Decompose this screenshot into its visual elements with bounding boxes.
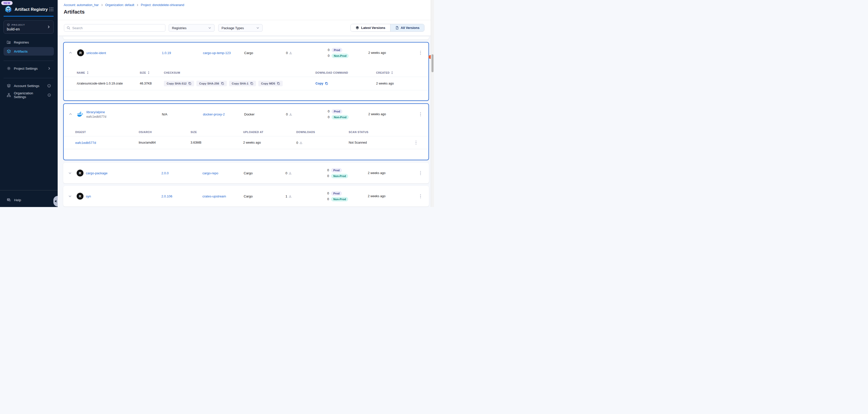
column-header-created[interactable]: CREATED: [376, 71, 420, 74]
artifact-card-cargo-package: R cargo-package 2.0.0 cargo-repo Cargo 0…: [63, 163, 429, 183]
sidebar-item-label: Artifacts: [14, 49, 28, 53]
download-icon: [288, 195, 292, 198]
sidebar-item-label: Registries: [14, 40, 29, 44]
breadcrumb-project-link[interactable]: Project: donotdelete-shivanand: [141, 3, 184, 7]
copy-md5-button[interactable]: Copy MD5: [258, 81, 283, 86]
prod-badge: Prod: [332, 109, 342, 114]
sidebar-item-organization-settings[interactable]: Organization Settings: [3, 91, 54, 99]
search-input[interactable]: [72, 26, 163, 30]
registry-link[interactable]: crates-upstream: [203, 195, 226, 198]
nonprod-badge: Non-Prod: [331, 174, 348, 178]
package-type: Cargo: [244, 51, 286, 55]
nonprod-badge: Non-Prod: [332, 54, 349, 58]
docker-package-icon: [77, 111, 84, 117]
info-icon[interactable]: [48, 93, 51, 97]
search-icon: [67, 26, 70, 30]
version-link[interactable]: 2.0.106: [161, 195, 172, 198]
page-scrollbar-thumb[interactable]: [432, 54, 434, 72]
all-versions-button[interactable]: All Versions: [391, 24, 424, 31]
version-value: N/A: [162, 112, 167, 116]
copy-download-command-button[interactable]: Copy: [315, 82, 328, 85]
file-name: /cratesunicode-ident-1.0.19.crate: [77, 82, 140, 85]
downloads-count: 1: [285, 195, 287, 198]
page-scrollbar-track[interactable]: [431, 0, 434, 207]
layers-icon: [6, 83, 11, 88]
prod-count: 0: [327, 192, 329, 195]
chevron-down-icon: [208, 26, 211, 29]
breadcrumb-account-link[interactable]: Account: automation_har: [64, 3, 99, 7]
copy-sha256-button[interactable]: Copy SHA-256: [196, 81, 226, 86]
nonprod-badge: Non-Prod: [332, 115, 349, 119]
row-menu-button[interactable]: [418, 49, 423, 57]
notification-beacon: [429, 55, 431, 59]
sidebar-divider: [3, 61, 54, 61]
expand-row-button[interactable]: [67, 170, 73, 176]
column-header-scan-status: SCAN STATUS: [349, 131, 407, 134]
app-switcher-grid-icon[interactable]: [49, 7, 54, 11]
registry-link[interactable]: cargo-up-temp-123: [203, 51, 231, 55]
file-icon: [395, 26, 399, 30]
registries-folder-icon: [6, 40, 11, 44]
collapse-row-button[interactable]: [68, 50, 73, 56]
registry-link[interactable]: docker-proxy-2: [203, 112, 225, 116]
column-header-name[interactable]: NAME: [77, 71, 140, 74]
search-box[interactable]: [64, 24, 165, 32]
breadcrumb: Account: automation_har Organization: de…: [64, 3, 184, 7]
artifact-name-link[interactable]: syn: [86, 195, 91, 198]
updated-time: 2 weeks ago: [368, 171, 412, 175]
registries-filter-dropdown[interactable]: Registries: [169, 24, 215, 32]
package-types-filter-dropdown[interactable]: Package Types: [218, 24, 262, 32]
project-cube-icon: [7, 23, 10, 26]
copy-icon: [325, 82, 328, 85]
main-area: Account: automation_har Organization: de…: [58, 0, 434, 207]
breadcrumb-separator-icon: [101, 4, 103, 6]
sidebar-divider: [0, 190, 58, 191]
downloads-count: 0: [286, 112, 288, 116]
chevron-down-icon: [256, 26, 259, 29]
registry-link[interactable]: cargo-repo: [203, 171, 218, 175]
artifact-name-link[interactable]: cargo-package: [86, 171, 107, 175]
breadcrumb-org-link[interactable]: Organization: default: [105, 3, 134, 7]
artifact-digest: eafc1edb577d: [86, 115, 106, 118]
latest-versions-button[interactable]: Latest Versions: [351, 24, 391, 31]
prod-count: 0: [327, 169, 329, 172]
sidebar: NEW Artifact Registry PROJECT build-en: [0, 0, 58, 207]
sidebar-item-project-settings[interactable]: Project Settings: [3, 64, 54, 73]
expand-row-button[interactable]: [67, 194, 73, 199]
app-logo-row: Artifact Registry: [4, 5, 54, 13]
uploaded-at: 2 weeks ago: [243, 141, 296, 144]
help-button[interactable]: ? Help: [3, 196, 54, 204]
sidebar-item-registries[interactable]: Registries: [3, 38, 54, 46]
row-menu-button[interactable]: [418, 111, 423, 118]
artifact-row: R unicode-ident 1.0.19 cargo-up-temp-123…: [64, 42, 429, 63]
column-header-size[interactable]: SIZE: [140, 71, 164, 74]
digest-link[interactable]: eafc1edb577d: [75, 141, 96, 145]
column-header-os-arch: OS/ARCH: [139, 131, 191, 134]
page-title: Artifacts: [64, 9, 85, 15]
copy-sha1-button[interactable]: Copy SHA-1: [229, 81, 256, 86]
prod-badge: Prod: [332, 48, 342, 52]
nonprod-count: 0: [327, 54, 330, 58]
artifact-name-link[interactable]: library/alpine: [86, 110, 106, 114]
nonprod-count: 0: [327, 174, 329, 178]
row-menu-button[interactable]: [418, 193, 423, 200]
digest-menu-button[interactable]: [414, 139, 418, 146]
nonprod-count: 0: [327, 115, 330, 119]
project-selector[interactable]: PROJECT build-en: [3, 21, 54, 34]
download-icon: [289, 113, 292, 116]
nonprod-count: 0: [327, 198, 329, 201]
prod-count: 0: [327, 110, 330, 113]
digest-row: eafc1edb577d linux/amd64 3.63MB 2 weeks …: [64, 136, 429, 149]
row-menu-button[interactable]: [418, 170, 423, 177]
info-icon[interactable]: [47, 84, 51, 88]
copy-sha512-button[interactable]: Copy SHA-512: [164, 81, 194, 86]
sidebar-item-artifacts[interactable]: Artifacts: [3, 47, 54, 56]
copy-icon: [250, 82, 253, 85]
artifact-row: R cargo-package 2.0.0 cargo-repo Cargo 0…: [63, 163, 429, 183]
version-link[interactable]: 2.0.0: [161, 171, 169, 175]
version-link[interactable]: 1.0.19: [162, 51, 171, 55]
artifact-name-link[interactable]: unicode-ident: [86, 51, 106, 55]
collapse-row-button[interactable]: [68, 111, 73, 117]
sidebar-item-account-settings[interactable]: Account Settings: [3, 81, 54, 90]
updated-time: 2 weeks ago: [368, 195, 412, 198]
